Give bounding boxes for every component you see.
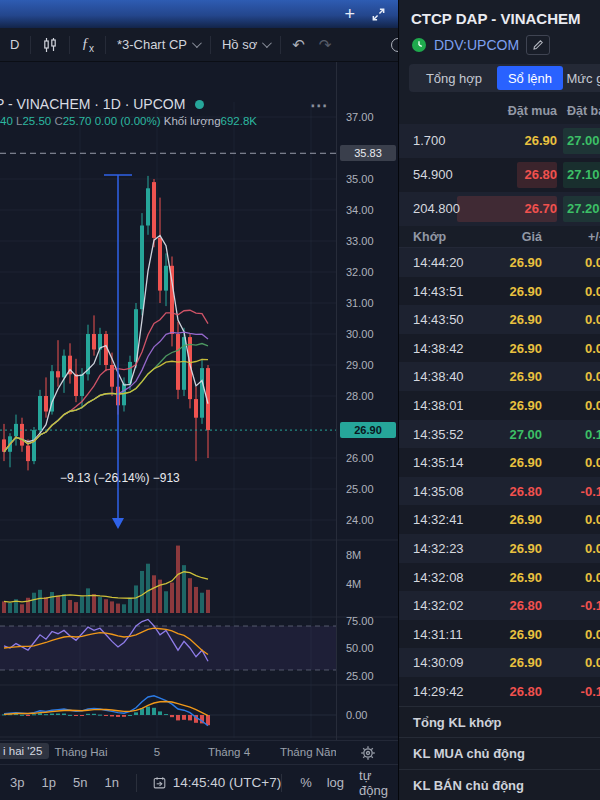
trade-change: 0.0 — [585, 455, 600, 470]
trade-time: 14:32:41 — [413, 512, 464, 527]
macd-tick-label: 0.00 — [346, 709, 367, 721]
orderbook-row[interactable]: 1.70026.9027.00 — [399, 124, 600, 158]
trade-change: -0.1 — [581, 598, 600, 613]
trade-time: 14:30:09 — [413, 655, 464, 670]
time-axis-label: Tháng Hai — [54, 746, 107, 758]
price-tick-label: 24.00 — [346, 514, 374, 526]
time-axis-labels: i hai '25Tháng Hai5Tháng 4Tháng Năm — [0, 741, 336, 765]
bid-volume: 1.700 — [413, 133, 446, 148]
undo-icon[interactable]: ↶ — [292, 36, 305, 54]
auto-scale-button[interactable]: tự động — [359, 768, 388, 798]
trade-change: 0.0 — [585, 284, 600, 299]
ohlc-legend: 40 L25.50 C25.70 0.00 (0.00%) Khối lượng… — [0, 115, 257, 127]
bid-price[interactable]: 26.90 — [524, 133, 557, 148]
bid-price[interactable]: 26.80 — [524, 167, 557, 182]
indicators-button[interactable]: ƒx — [81, 35, 94, 54]
buy-column-header: Đặt mua — [508, 104, 557, 118]
window-topbar: + — [0, 0, 398, 28]
company-title: CTCP DAP - VINACHEM — [411, 10, 580, 27]
candle-style-button[interactable] — [42, 37, 58, 53]
trade-time: 14:31:11 — [413, 627, 463, 642]
go-to-date-icon[interactable] — [153, 775, 167, 791]
trade-price: 26.90 — [509, 341, 542, 356]
trade-row: 14:38:4226.900.0 — [399, 334, 600, 363]
trade-change: 0.0 — [585, 541, 600, 556]
log-scale-button[interactable]: log — [327, 775, 344, 790]
price-tick-label: 31.00 — [346, 297, 374, 309]
add-tab-button[interactable]: + — [344, 5, 355, 23]
percent-scale-button[interactable]: % — [300, 775, 312, 790]
trade-time: 14:35:14 — [413, 455, 464, 470]
chart-legend-title[interactable]: P - VINACHEM · 1D · UPCOM — [0, 96, 204, 112]
trade-change: 0.0 — [585, 398, 600, 413]
clock-timezone-button[interactable]: 14:45:40 (UTC+7) — [173, 775, 281, 790]
price-tick-label: 28.00 — [346, 390, 374, 402]
bid-price[interactable]: 26.70 — [524, 201, 557, 216]
ask-depth-cell[interactable]: 27.00 — [563, 128, 600, 154]
toolbar-divider — [69, 36, 70, 54]
redo-icon[interactable]: ↷ — [319, 36, 332, 54]
chevron-down-icon — [262, 38, 272, 48]
orderbook-row[interactable]: 54.90026.8027.10 — [399, 158, 600, 192]
candles-icon — [42, 37, 58, 53]
trade-price: 26.80 — [509, 684, 542, 699]
edit-symbol-button[interactable] — [526, 35, 550, 55]
trade-price: 26.90 — [509, 512, 542, 527]
tab-muc-gia[interactable]: Mức giá — [563, 66, 600, 90]
clock-status-icon — [411, 37, 427, 53]
trade-price: 26.80 — [509, 484, 542, 499]
trade-change: 0.0 — [585, 570, 600, 585]
close-value: 25.70 — [63, 115, 92, 127]
toolbar-divider — [30, 36, 31, 54]
pencil-icon — [532, 39, 544, 51]
time-axis-label: 5 — [154, 746, 160, 758]
trade-change: -0.1 — [581, 484, 600, 499]
timeframe-button-3p[interactable]: 3p — [10, 775, 24, 790]
ask-depth-cell[interactable]: 27.20 — [563, 196, 600, 222]
price-tick-label: 25.00 — [346, 483, 374, 495]
ask-depth-cell[interactable]: 27.10 — [563, 162, 600, 188]
expand-icon[interactable] — [371, 7, 386, 22]
panel-tabs: Tổng hợpSổ lệnhMức giá — [409, 64, 600, 92]
search-icon[interactable] — [391, 38, 398, 52]
layout-select[interactable]: *3-Chart CP — [117, 37, 199, 52]
sell-column-header: Đặt bán — [567, 104, 600, 118]
trade-price: 26.90 — [509, 570, 542, 585]
trade-price: 26.90 — [509, 312, 542, 327]
chart-menu-button[interactable]: ⋯ — [310, 95, 328, 116]
trade-change: 0.0 — [585, 627, 600, 642]
price-tick-label: 30.00 — [346, 328, 374, 340]
profile-menu[interactable]: Hồ sơ — [222, 37, 269, 52]
trade-row: 14:35:1426.900.0 — [399, 448, 600, 477]
ask-price: 27.20 — [567, 201, 600, 216]
toolbar-divider — [136, 774, 137, 792]
trade-change: 0.0 — [585, 341, 600, 356]
trade-row: 14:32:0826.900.0 — [399, 563, 600, 592]
tab-tong-hop[interactable]: Tổng hợp — [411, 66, 497, 90]
trades-header: Khớp Giá +/- — [399, 228, 600, 248]
trades-change-header: +/- — [588, 230, 600, 244]
rsi-tick-label: 75.00 — [346, 615, 374, 627]
price-axis[interactable]: 37.0035.0034.0033.0032.0031.0030.0029.00… — [336, 62, 398, 740]
trade-price: 26.90 — [509, 655, 542, 670]
orderbook-row[interactable]: 204.80026.7027.20 — [399, 192, 600, 226]
trade-change: 0.0 — [585, 369, 600, 384]
last-price-badge: 26.90 — [340, 422, 396, 438]
interval-button[interactable]: D — [10, 37, 19, 52]
trade-row: 14:32:0226.80-0.1 — [399, 591, 600, 620]
timeframe-button-5n[interactable]: 5n — [73, 775, 87, 790]
panel-footer-label: KL MUA chủ động — [413, 746, 525, 761]
timeframe-button-1p[interactable]: 1p — [41, 775, 55, 790]
trade-change: 0.1 — [585, 427, 600, 442]
tab-so-lenh[interactable]: Sổ lệnh — [497, 66, 563, 90]
chart-area[interactable]: P - VINACHEM · 1D · UPCOM ⋯ 40 L25.50 C2… — [0, 62, 398, 740]
symbol-title: P - VINACHEM · 1D · UPCOM — [0, 96, 185, 112]
time-axis[interactable]: i hai '25Tháng Hai5Tháng 4Tháng Năm — [0, 740, 398, 764]
measure-tool-label: −9.13 (−26.14%) −913 — [60, 471, 180, 485]
trade-time: 14:38:42 — [413, 341, 464, 356]
gear-icon[interactable] — [360, 745, 376, 761]
trades-time-header: Khớp — [413, 230, 446, 244]
timeframe-button-1n[interactable]: 1n — [104, 775, 118, 790]
panel-footer-row: KL MUA chủ động — [399, 737, 600, 768]
price-tick-label: 33.00 — [346, 235, 374, 247]
